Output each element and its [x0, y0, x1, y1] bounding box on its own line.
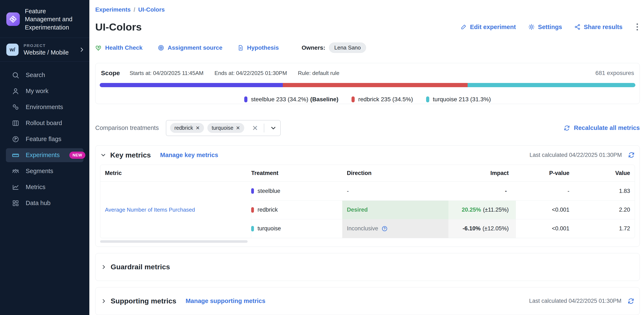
- sidebar-item-label: Metrics: [26, 184, 45, 191]
- treatment-swatch: [251, 226, 254, 231]
- scope-ends: Ends at: 04/22/2025 01:30PM: [214, 70, 287, 76]
- owner-pill[interactable]: Lena Sano: [329, 42, 366, 53]
- chip-redbrick[interactable]: redbrick ✕: [170, 123, 204, 133]
- collapse-chevron-right-icon[interactable]: [100, 264, 107, 270]
- treatment-swatch: [251, 207, 254, 213]
- key-metrics-title: Key metrics: [110, 151, 151, 159]
- health-check-link[interactable]: Health Check: [95, 44, 142, 51]
- bar-segment-redbrick: [283, 83, 468, 87]
- refresh-icon[interactable]: [627, 298, 634, 305]
- manage-supporting-metrics-link[interactable]: Manage supporting metrics: [186, 298, 266, 305]
- main-content: Experiments / UI-Colors UI-Colors Edit e…: [89, 0, 644, 315]
- metric-link[interactable]: Average Number of Items Purchased: [105, 207, 195, 213]
- board-icon: [12, 119, 20, 127]
- sidebar-item-label: Environments: [26, 104, 63, 111]
- scope-starts: Starts at: 04/20/2025 11:45AM: [130, 70, 204, 76]
- horizontal-scrollbar-thumb[interactable]: [100, 240, 248, 243]
- table-row: turquoise Inconclusive -6.10% (±12.05%): [251, 219, 635, 238]
- sidebar-item-data-hub[interactable]: Data hub: [0, 195, 89, 211]
- chip-turquoise[interactable]: turquoise ✕: [207, 123, 244, 133]
- sidebar-item-label: Feature flags: [26, 136, 61, 143]
- hypothesis-link[interactable]: Hypothesis: [238, 44, 279, 51]
- sidebar-item-label: Experiments: [26, 152, 60, 159]
- treatment-name: turquoise: [258, 225, 281, 232]
- baseline-label: (Baseline): [310, 96, 338, 103]
- exposures-count: 681 exposures: [595, 70, 634, 76]
- p-value: <0.001: [516, 219, 575, 238]
- project-switcher[interactable]: w/ PROJECT Website / Mobile: [0, 38, 89, 61]
- metric-value: 1.72: [575, 219, 635, 238]
- sidebar-item-metrics[interactable]: Metrics: [0, 179, 89, 195]
- sidebar-item-segments[interactable]: Segments: [0, 163, 89, 179]
- clear-all-icon[interactable]: ✕: [252, 124, 258, 132]
- collapse-chevron-down-icon[interactable]: [100, 152, 106, 158]
- exposures-stacked-bar: [100, 83, 635, 87]
- owners: Owners: Lena Sano: [302, 42, 366, 53]
- settings-button[interactable]: Settings: [528, 23, 562, 30]
- direction-value: Desired: [347, 207, 368, 213]
- close-icon[interactable]: ✕: [236, 125, 240, 131]
- bar-segment-steelblue: [100, 83, 283, 87]
- bullseye-icon: [158, 44, 164, 51]
- sidebar-item-rollout-board[interactable]: Rollout board: [0, 115, 89, 131]
- sidebar-nav: Search My work Environments Rollout boar…: [0, 62, 89, 217]
- supporting-metrics-card: Supporting metrics Manage supporting met…: [95, 287, 640, 315]
- sidebar-item-environments[interactable]: Environments: [0, 99, 89, 115]
- impact-value: -: [505, 188, 507, 194]
- comparison-treatments-select[interactable]: redbrick ✕ turquoise ✕ ✕: [166, 120, 281, 136]
- sidebar-item-label: My work: [26, 88, 48, 94]
- chevron-right-icon: [79, 47, 85, 53]
- comparison-row: Comparison treatments redbrick ✕ turquoi…: [95, 120, 640, 136]
- metric-cell: Average Number of Items Purchased: [100, 182, 251, 238]
- help-circle-icon[interactable]: [382, 226, 388, 232]
- scope-title: Scope: [101, 69, 120, 77]
- treatment-name: steelblue: [258, 188, 280, 194]
- owners-label: Owners:: [302, 44, 325, 51]
- share-results-button[interactable]: Share results: [574, 23, 622, 30]
- refresh-icon: [564, 125, 570, 131]
- page-title: UI-Colors: [95, 21, 142, 33]
- sidebar-item-experiments[interactable]: Experiments NEW: [6, 148, 84, 162]
- edit-experiment-button[interactable]: Edit experiment: [460, 23, 516, 30]
- scope-card: Scope Starts at: 04/20/2025 11:45AM Ends…: [95, 63, 640, 104]
- table-row: redbrick Desired 20.25% (±11.25%) <0.001…: [251, 200, 635, 219]
- refresh-icon[interactable]: [628, 151, 635, 159]
- hexagons-icon: [12, 103, 20, 111]
- direction-value: Inconclusive: [347, 225, 378, 232]
- gear-icon: [528, 23, 535, 30]
- assignment-source-link[interactable]: Assignment source: [158, 44, 222, 51]
- new-badge: NEW: [69, 152, 85, 159]
- sidebar-item-label: Segments: [26, 168, 53, 175]
- collapse-chevron-right-icon[interactable]: [100, 298, 107, 304]
- app-logo-icon: [6, 12, 20, 26]
- treatment-swatch: [251, 188, 254, 194]
- p-value: -: [516, 182, 575, 200]
- sidebar-item-label: Rollout board: [26, 120, 62, 127]
- legend-item: redbrick 235 (34.5%): [352, 96, 413, 103]
- sidebar-item-my-work[interactable]: My work: [0, 83, 89, 99]
- legend-item: turquoise 213 (31.3%): [426, 96, 491, 103]
- column-header: Direction: [342, 170, 448, 176]
- p-value: <0.001: [516, 201, 575, 219]
- recalculate-all-metrics-button[interactable]: Recalculate all metrics: [564, 124, 640, 131]
- column-header: Value: [575, 170, 635, 176]
- chevron-down-icon[interactable]: [270, 125, 276, 131]
- share-icon: [574, 24, 580, 30]
- kebab-menu-button[interactable]: [635, 23, 640, 31]
- metric-value: 2.20: [575, 201, 635, 219]
- sidebar-item-search[interactable]: Search: [0, 67, 89, 83]
- column-header: P-value: [516, 170, 575, 176]
- manage-key-metrics-link[interactable]: Manage key metrics: [160, 152, 218, 159]
- close-icon[interactable]: ✕: [196, 125, 200, 131]
- sidebar-item-feature-flags[interactable]: Feature flags: [0, 131, 89, 147]
- table-row: steelblue - - - 1.83: [251, 182, 635, 200]
- key-metrics-card: Key metrics Manage key metrics Last calc…: [95, 145, 640, 247]
- steelblue-swatch: [244, 96, 248, 102]
- project-avatar: w/: [6, 43, 18, 56]
- breadcrumb-experiments-link[interactable]: Experiments: [95, 6, 131, 13]
- breadcrumb-current-link[interactable]: UI-Colors: [138, 6, 165, 13]
- experiment-meta-row: Health Check Assignment source Hypothesi…: [95, 42, 640, 53]
- pencil-icon: [460, 24, 467, 30]
- scope-rule: Rule: default rule: [298, 70, 340, 76]
- search-icon: [12, 71, 20, 79]
